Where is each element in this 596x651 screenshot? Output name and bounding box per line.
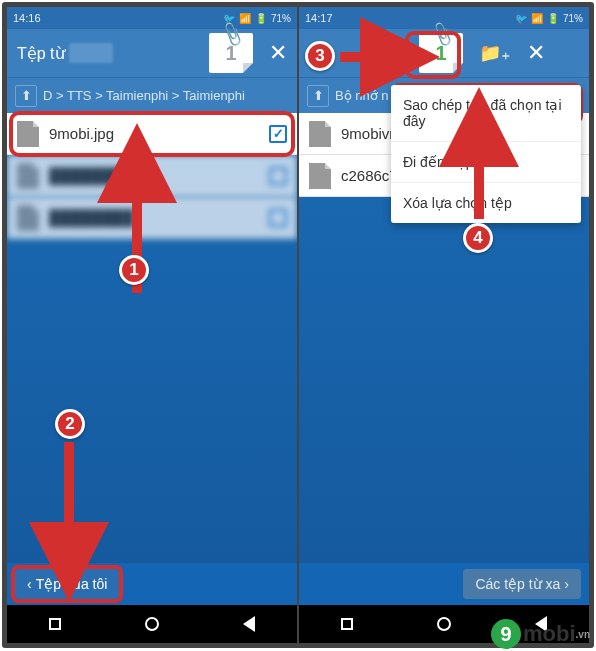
file-icon [17, 163, 39, 189]
phone-right: 14:17 🐦 📶 🔋 71% 📎 1 📁₊ ✕ ⬆ Bộ nhớ n [299, 7, 589, 643]
recent-apps-icon[interactable] [49, 618, 61, 630]
file-icon [17, 205, 39, 231]
bottom-bar: Các tệp từ xa › [299, 563, 589, 605]
file-row[interactable]: 9mobi.jpg ✓ [7, 113, 297, 155]
checkbox-checked[interactable]: ✓ [269, 125, 287, 143]
toolbar-title: Tệp từ [17, 44, 65, 63]
signal-icon: 📶 [531, 13, 543, 24]
marker-1: 1 [119, 255, 149, 285]
close-icon[interactable]: ✕ [527, 40, 545, 66]
marker-3: 3 [305, 41, 335, 71]
status-icons: 🐦 📶 🔋 71% [515, 13, 583, 24]
battery-text: 71% [563, 13, 583, 24]
close-icon[interactable]: ✕ [269, 40, 287, 66]
arrow-2 [39, 437, 99, 581]
up-folder-icon[interactable]: ⬆ [15, 85, 37, 107]
remote-files-button[interactable]: Các tệp từ xa › [463, 569, 581, 599]
status-time: 14:17 [305, 12, 333, 24]
tutorial-frame: 14:16 🐦 📶 🔋 71% Tệp từ 📎 1 ✕ ⬆ D > TTS >… [2, 2, 594, 648]
marker-4: 4 [463, 223, 493, 253]
checkbox: ✓ [269, 209, 287, 227]
recent-apps-icon[interactable] [341, 618, 353, 630]
chevron-left-icon: ‹ [27, 576, 32, 592]
breadcrumb-bar: ⬆ D > TTS > Taimienphi > Taimienphi [7, 77, 297, 113]
status-time: 14:16 [13, 12, 41, 24]
watermark-logo: 9 mobi.vn [491, 619, 590, 649]
marker-2: 2 [55, 409, 85, 439]
home-icon[interactable] [145, 617, 159, 631]
file-icon [309, 163, 331, 189]
checkbox: ✓ [269, 167, 287, 185]
chevron-right-icon: › [564, 576, 569, 592]
breadcrumb-path: D > TTS > Taimienphi > Taimienphi [43, 88, 245, 103]
phone-left: 14:16 🐦 📶 🔋 71% Tệp từ 📎 1 ✕ ⬆ D > TTS >… [7, 7, 297, 643]
battery-icon: 🔋 [547, 13, 559, 24]
battery-text: 71% [271, 13, 291, 24]
up-folder-icon[interactable]: ⬆ [307, 85, 329, 107]
arrow-4 [459, 119, 499, 233]
app-toolbar: Tệp từ 📎 1 ✕ [7, 29, 297, 77]
clipboard-badge[interactable]: 📎 1 [419, 33, 463, 73]
breadcrumb-path: Bộ nhớ n [335, 88, 389, 103]
signal-icon: 📶 [239, 13, 251, 24]
btn-label: Các tệp từ xa [475, 576, 560, 592]
battery-icon: 🔋 [255, 13, 267, 24]
logo-9-icon: 9 [491, 619, 521, 649]
file-name: 9mobi.jpg [49, 125, 259, 142]
home-icon[interactable] [437, 617, 451, 631]
arrow-3 [335, 43, 415, 77]
twitter-icon: 🐦 [515, 13, 527, 24]
logo-text: mobi [523, 621, 576, 647]
back-icon[interactable] [243, 616, 255, 632]
blurred-text [69, 43, 113, 63]
status-bar: 14:16 🐦 📶 🔋 71% [7, 7, 297, 29]
clipboard-badge[interactable]: 📎 1 [209, 33, 253, 73]
file-icon [309, 121, 331, 147]
new-folder-icon[interactable]: 📁₊ [479, 42, 511, 64]
android-navbar [7, 605, 297, 643]
file-icon [17, 121, 39, 147]
